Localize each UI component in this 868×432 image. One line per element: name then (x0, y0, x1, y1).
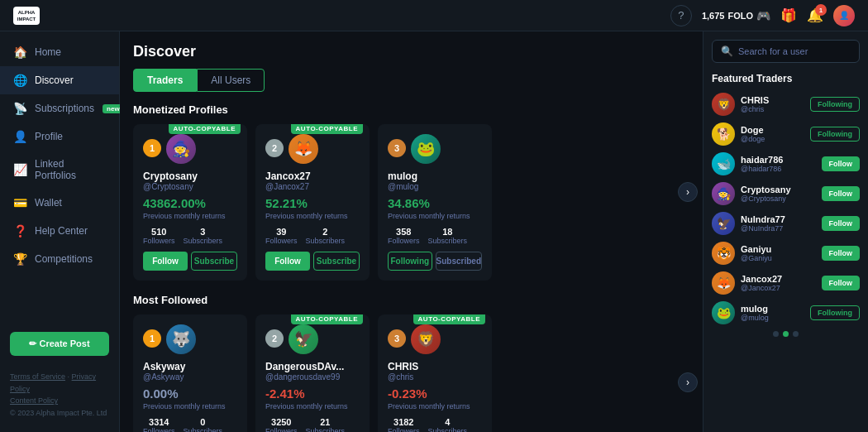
sidebar-item-linked-portfolios[interactable]: 📈 Linked Portfolios (0, 151, 119, 189)
card-avatar: 🦁 (411, 324, 441, 354)
pagination-dot[interactable] (793, 331, 799, 337)
featured-handle: @Cryptosany (741, 194, 791, 203)
sidebar-label-help: Help Center (35, 225, 88, 237)
most-followed-next-arrow[interactable]: › (678, 372, 698, 392)
featured-follow-button[interactable]: Following (810, 97, 860, 112)
card-rank: 1 (143, 139, 161, 157)
followers-stat: 358 Followers (388, 227, 420, 245)
card-handle: @Askyway (143, 372, 237, 382)
notification-button[interactable]: 🔔 1 (807, 7, 823, 23)
card-stats: 510 Followers 3 Subscribers (143, 227, 237, 245)
featured-follow-button[interactable]: Follow (822, 216, 861, 231)
sidebar-label-discover: Discover (35, 74, 74, 86)
card-buttons: Follow Subscribe (265, 252, 360, 271)
card-avatar: 🧙 (166, 134, 196, 164)
search-input[interactable] (738, 46, 851, 56)
sidebar-item-help[interactable]: ❓ Help Center (0, 217, 119, 245)
featured-item: 🦅 NuIndra77 @NuIndra77 Follow (712, 212, 860, 235)
card-btn1[interactable]: Follow (143, 252, 188, 271)
sidebar-item-subscriptions[interactable]: 📡 Subscriptions new (0, 94, 119, 122)
featured-avatar: 🧙 (712, 182, 735, 205)
featured-info: haidar786 @haidar786 (741, 155, 783, 173)
card-buttons: Following Subscribed (388, 252, 482, 271)
user-avatar[interactable]: 👤 (833, 5, 855, 26)
featured-avatar: 🦁 (712, 93, 735, 116)
pagination-dot[interactable] (783, 331, 789, 337)
featured-avatar: 🐯 (712, 242, 735, 265)
card-btn1[interactable]: Following (388, 252, 432, 271)
featured-list: 🦁 CHRIS @chris Following 🐕 Doge @doge Fo… (712, 93, 860, 324)
featured-left: 🦁 CHRIS @chris (712, 93, 769, 116)
topnav-right: ? 1,675 FOLO 🎮 🎁 🔔 1 👤 (670, 5, 855, 26)
featured-left: 🦊 Jancox27 @Jancox27 (712, 271, 782, 295)
svg-text:IMPACT: IMPACT (17, 17, 36, 22)
terms-link[interactable]: Terms of Service (10, 372, 65, 381)
card-stats: 358 Followers 18 Subscribers (388, 227, 482, 245)
card-return-label: Previous monthly returns (265, 402, 360, 410)
card-handle: @Cryptosany (143, 182, 237, 191)
featured-name: mulog (741, 304, 769, 314)
card-name: Jancox27 (265, 170, 360, 182)
featured-handle: @Jancox27 (741, 284, 782, 292)
card-name: mulog (388, 170, 482, 182)
featured-left: 🐋 haidar786 @haidar786 (712, 152, 783, 175)
featured-item: 🦊 Jancox27 @Jancox27 Follow (712, 271, 860, 295)
sidebar-item-profile[interactable]: 👤 Profile (0, 122, 119, 151)
monetized-next-arrow[interactable]: › (678, 182, 698, 202)
featured-follow-button[interactable]: Following (810, 305, 860, 320)
featured-left: 🐯 Ganiyu @Ganiyu (712, 242, 772, 265)
featured-name: NuIndra77 (741, 214, 785, 224)
card-btn2[interactable]: Subscribed (436, 252, 482, 271)
tab-traders[interactable]: Traders (133, 69, 197, 92)
center-content: Discover Traders All Users Monetized Pro… (120, 31, 703, 432)
card-btn2[interactable]: Subscribe (191, 252, 237, 271)
featured-follow-button[interactable]: Follow (822, 246, 861, 261)
card-rank: 1 (143, 329, 161, 348)
card-rank: 3 (388, 329, 406, 348)
featured-follow-button[interactable]: Follow (822, 156, 861, 171)
sidebar-item-wallet[interactable]: 💳 Wallet (0, 189, 119, 217)
card-return-label: Previous monthly returns (388, 402, 482, 410)
sidebar-label-subscriptions: Subscriptions (35, 103, 94, 114)
featured-follow-button[interactable]: Follow (822, 276, 861, 290)
card-handle: @dangerousdave99 (265, 372, 360, 382)
featured-name: Ganiyu (741, 244, 772, 254)
portfolios-icon: 📈 (13, 163, 26, 176)
card-btn1[interactable]: Follow (265, 252, 310, 271)
featured-avatar: 🐕 (712, 122, 735, 146)
sidebar-item-home[interactable]: 🏠 Home (0, 38, 119, 66)
pagination-dot[interactable] (773, 331, 779, 337)
subscribers-stat: 2 Subscribers (306, 227, 346, 245)
home-icon: 🏠 (13, 46, 26, 59)
sidebar-item-discover[interactable]: 🌐 Discover (0, 66, 119, 94)
monetized-cards-row: AUTO-COPYABLE 1 🧙 Cryptosany @Cryptosany… (133, 124, 689, 281)
featured-item: 🐕 Doge @doge Following (712, 122, 860, 146)
card-rank: 2 (265, 139, 284, 157)
featured-avatar: 🦅 (712, 212, 735, 235)
featured-follow-button[interactable]: Follow (822, 186, 861, 201)
svg-text:ALPHA: ALPHA (18, 10, 36, 15)
featured-item: 🐋 haidar786 @haidar786 Follow (712, 152, 860, 175)
featured-follow-button[interactable]: Following (810, 127, 860, 142)
discover-icon: 🌐 (13, 74, 26, 87)
followers-stat: 510 Followers (143, 227, 175, 245)
help-button[interactable]: ? (670, 5, 692, 26)
content-policy-link[interactable]: Content Policy (10, 396, 58, 405)
auto-copyable-badge: AUTO-COPYABLE (291, 314, 363, 324)
featured-title: Featured Traders (712, 73, 860, 84)
featured-item: 🦁 CHRIS @chris Following (712, 93, 860, 116)
create-post-button[interactable]: ✏ Create Post (10, 332, 109, 356)
tab-all-users[interactable]: All Users (197, 69, 265, 92)
trader-card: 3 🐸 mulog @mulog 34.86% Previous monthly… (378, 124, 492, 281)
logo[interactable]: ALPHA IMPACT (13, 7, 40, 25)
folo-label: FOLO (727, 11, 753, 21)
featured-info: Cryptosany @Cryptosany (741, 185, 791, 203)
card-btn2[interactable]: Subscribe (313, 252, 360, 271)
gift-button[interactable]: 🎁 (780, 7, 797, 23)
card-rank: 2 (265, 329, 284, 348)
sidebar-item-competitions[interactable]: 🏆 Competitions (0, 245, 119, 273)
card-handle: @Jancox27 (265, 182, 360, 191)
featured-name: CHRIS (741, 95, 769, 105)
card-stats: 3182 Followers 4 Subscribers (388, 417, 482, 432)
subscribers-stat: 18 Subscribers (428, 227, 468, 245)
